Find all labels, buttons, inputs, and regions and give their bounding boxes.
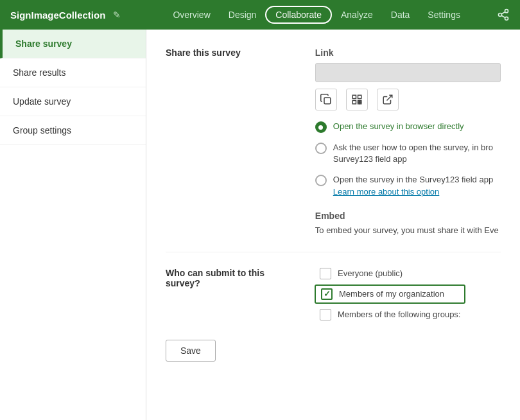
main-content: Share this survey Link xyxy=(146,30,520,420)
nav-analyze[interactable]: Analyze xyxy=(332,6,382,24)
radio-ask-user-indicator xyxy=(315,143,327,154)
share-this-survey-label: Share this survey xyxy=(166,48,290,58)
nav-items: Overview Design Collaborate Analyze Data… xyxy=(136,6,497,24)
svg-point-0 xyxy=(505,10,508,13)
nav-collaborate[interactable]: Collaborate xyxy=(265,6,332,24)
share-survey-row: Share this survey Link xyxy=(166,48,501,236)
nav-data[interactable]: Data xyxy=(382,6,419,24)
checkbox-org-members-box xyxy=(321,288,333,300)
qr-code-button[interactable] xyxy=(346,89,368,110)
svg-line-3 xyxy=(501,15,505,17)
nav-design[interactable]: Design xyxy=(220,6,266,24)
sidebar-item-group-settings[interactable]: Group settings xyxy=(0,116,146,145)
link-icon-row xyxy=(315,89,501,110)
embed-label: Embed xyxy=(315,211,501,221)
submit-options-group: Everyone (public) Members of my organiza… xyxy=(320,268,460,320)
radio-open-browser[interactable]: Open the survey in browser directly xyxy=(315,121,501,133)
svg-line-13 xyxy=(386,95,392,100)
svg-line-4 xyxy=(501,12,505,13)
sidebar: Share survey Share results Update survey… xyxy=(0,30,146,420)
sidebar-item-share-survey[interactable]: Share survey xyxy=(0,30,146,58)
checkbox-org-members[interactable]: Members of my organization xyxy=(315,284,465,304)
svg-rect-10 xyxy=(360,103,361,104)
copy-link-button[interactable] xyxy=(315,89,337,110)
radio-open-browser-indicator xyxy=(315,121,327,133)
edit-title-button[interactable]: ✎ xyxy=(110,8,123,21)
radio-open-field-app-label: Open the survey in the Survey123 field a… xyxy=(333,174,493,197)
sidebar-item-update-survey[interactable]: Update survey xyxy=(0,87,146,116)
checkbox-everyone-label: Everyone (public) xyxy=(338,268,403,278)
svg-point-1 xyxy=(499,13,502,17)
who-can-submit-label: Who can submit to this survey? xyxy=(166,268,294,288)
checkbox-group-members[interactable]: Members of the following groups: xyxy=(320,309,460,320)
radio-open-browser-label: Open the survey in browser directly xyxy=(333,121,464,132)
learn-more-link[interactable]: Learn more about this option xyxy=(333,187,440,197)
share-survey-left: Share this survey xyxy=(166,48,290,68)
radio-open-field-app-indicator xyxy=(315,175,327,186)
radio-open-field-app[interactable]: Open the survey in the Survey123 field a… xyxy=(315,174,501,197)
who-can-submit-section: Who can submit to this survey? Everyone … xyxy=(166,268,501,320)
main-layout: Share survey Share results Update survey… xyxy=(0,30,520,420)
top-nav: SignImageCollection ✎ Overview Design Co… xyxy=(0,0,520,30)
save-area: Save xyxy=(166,340,501,362)
radio-ask-user[interactable]: Ask the user how to open the survey, in … xyxy=(315,142,501,165)
open-external-button[interactable] xyxy=(377,89,399,110)
radio-ask-user-label: Ask the user how to open the survey, in … xyxy=(333,142,493,165)
share-nav-icon[interactable] xyxy=(497,8,510,21)
app-title: SignImageCollection xyxy=(10,10,105,21)
link-input[interactable] xyxy=(315,63,501,82)
checkbox-group-members-box xyxy=(320,309,331,320)
checkbox-org-members-label: Members of my organization xyxy=(339,289,444,299)
share-survey-right: Link xyxy=(315,48,501,236)
embed-text: To embed your survey, you must share it … xyxy=(315,225,501,236)
svg-rect-5 xyxy=(324,98,331,104)
nav-overview[interactable]: Overview xyxy=(164,6,219,24)
section-divider xyxy=(166,252,501,252)
checkbox-everyone[interactable]: Everyone (public) xyxy=(320,268,460,279)
svg-rect-6 xyxy=(352,95,356,98)
svg-point-2 xyxy=(505,17,508,20)
sidebar-item-share-results[interactable]: Share results xyxy=(0,58,146,87)
nav-settings[interactable]: Settings xyxy=(419,6,469,24)
svg-rect-9 xyxy=(358,101,359,102)
svg-rect-8 xyxy=(352,101,356,104)
svg-rect-7 xyxy=(358,95,361,98)
link-label: Link xyxy=(315,48,501,58)
open-options-group: Open the survey in browser directly Ask … xyxy=(315,121,501,198)
svg-rect-12 xyxy=(360,101,361,102)
svg-rect-11 xyxy=(358,103,359,104)
checkbox-everyone-box xyxy=(320,268,331,279)
checkbox-group-members-label: Members of the following groups: xyxy=(338,310,460,319)
save-button[interactable]: Save xyxy=(166,340,216,362)
